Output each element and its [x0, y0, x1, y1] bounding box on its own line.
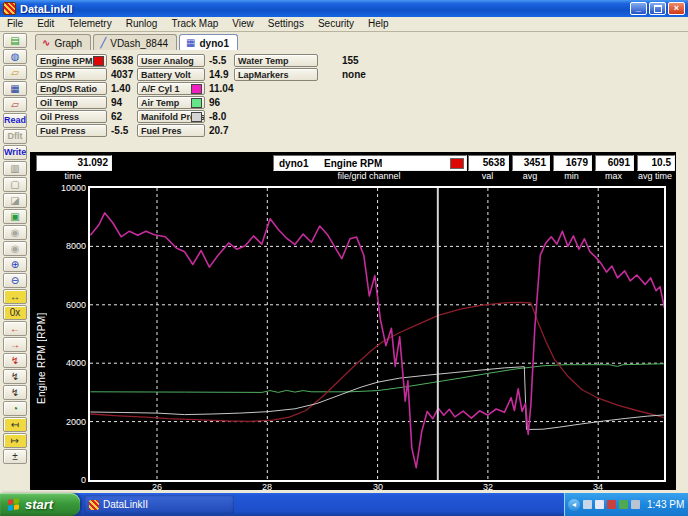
menu-help[interactable]: Help — [361, 17, 396, 31]
open-folder-button[interactable]: ▱ — [3, 65, 27, 80]
tab-dyno1[interactable]: ▦dyno1 — [179, 34, 238, 50]
menu-edit[interactable]: Edit — [30, 17, 61, 31]
channel-button-water-temp[interactable]: Water Temp — [234, 54, 318, 67]
channel-button-oil-press[interactable]: Oil Press — [36, 110, 107, 123]
channel-button-air-temp[interactable]: Air Temp — [137, 96, 205, 109]
print-button[interactable]: ▥ — [3, 161, 27, 176]
channel-button-lapmarkers[interactable]: LapMarkers — [234, 68, 318, 81]
app-icon — [3, 2, 16, 15]
network-icon[interactable] — [583, 500, 592, 509]
marker-start-button[interactable]: ↯ — [3, 353, 27, 368]
restore-button[interactable] — [649, 2, 666, 15]
stat-box-max: 6091 — [595, 155, 634, 171]
disabled-button-2[interactable]: ◉ — [3, 241, 27, 256]
channel-button-engine-rpm[interactable]: Engine RPM — [36, 54, 107, 67]
channel-value-engine-rpm: 5638 — [111, 55, 133, 66]
channel-label: Engine RPM — [40, 56, 93, 66]
tray-chevron-icon[interactable]: ◂ — [568, 499, 580, 511]
zoom-in-button[interactable]: ⊕ — [3, 257, 27, 272]
start-button[interactable]: start — [0, 493, 80, 516]
x-tick-34: 34 — [583, 482, 613, 492]
stat-label-avg-time: avg time — [637, 171, 673, 181]
datalink-window: DataLinkII _ × FileEditTelemetryRunlogTr… — [0, 0, 688, 516]
task-app-icon — [89, 500, 99, 510]
channel-label: Oil Press — [40, 112, 79, 122]
channel-button-a-f-cyl-1[interactable]: A/F Cyl 1 — [137, 82, 205, 95]
stat-value: 10.5 — [652, 157, 671, 168]
save-button[interactable]: ▦ — [3, 81, 27, 96]
channel-button-fuel-press[interactable]: Fuel Press — [36, 124, 107, 137]
copy-button[interactable]: ▢ — [3, 177, 27, 192]
shift-right-button[interactable]: ↦ — [3, 433, 27, 448]
menu-security[interactable]: Security — [311, 17, 361, 31]
alert-icon[interactable] — [607, 500, 616, 509]
start-label: start — [25, 497, 53, 512]
channel-file-name: dyno1 — [279, 158, 308, 169]
file-grid-channel-label: file/grid channel — [273, 171, 465, 181]
channel-value-fuel-pres: 20.7 — [209, 125, 228, 136]
x-tick-26: 26 — [142, 482, 172, 492]
menu-view[interactable]: View — [225, 17, 261, 31]
menu-track-map[interactable]: Track Map — [164, 17, 225, 31]
shift-left-button[interactable]: ↤ — [3, 417, 27, 432]
minimize-button[interactable]: _ — [630, 2, 647, 15]
menu-settings[interactable]: Settings — [261, 17, 311, 31]
marker-mid-button[interactable]: ↯ — [3, 369, 27, 384]
floppy-icon: ▦ — [186, 38, 195, 48]
tab-label: dyno1 — [200, 38, 229, 49]
channel-selector-box[interactable]: dyno1 Engine RPM — [273, 155, 467, 171]
zoom-out-button[interactable]: ⊖ — [3, 273, 27, 288]
channel-label: Fuel Pres — [141, 126, 182, 136]
file-link-button[interactable]: ▣ — [3, 209, 27, 224]
default-button[interactable]: Dflt — [3, 129, 27, 144]
channel-color-swatch — [191, 84, 202, 94]
graph-icon: ∿ — [42, 38, 50, 48]
stat-label-max: max — [595, 171, 632, 181]
channel-button-eng-ds-ratio[interactable]: Eng/DS Ratio — [36, 82, 107, 95]
channel-label: Oil Temp — [40, 98, 78, 108]
rpm-time-plot[interactable] — [88, 186, 666, 482]
globe-icon[interactable]: ◍ — [3, 49, 27, 64]
channel-value-oil-press: 62 — [111, 111, 122, 122]
menu-telemetry[interactable]: Telemetry — [61, 17, 118, 31]
scroll-right-button[interactable]: → — [3, 337, 27, 352]
windows-logo-icon — [8, 498, 20, 512]
tab-graph[interactable]: ∿Graph — [35, 34, 91, 50]
channel-button-ds-rpm[interactable]: DS RPM — [36, 68, 107, 81]
cursor-time-value: 31.092 — [77, 157, 108, 168]
channel-button-battery-volt[interactable]: Battery Volt — [137, 68, 205, 81]
new-file-button[interactable]: ▤ — [3, 33, 27, 48]
stat-label-avg: avg — [512, 171, 548, 181]
channel-button-user-analog[interactable]: User Analog — [137, 54, 205, 67]
stat-box-avg-time: 10.5 — [637, 155, 675, 171]
tab-vdash-8844[interactable]: ╱VDash_8844 — [93, 34, 177, 50]
system-tray: ◂ 1:43 PM — [564, 493, 688, 516]
channel-button-oil-temp[interactable]: Oil Temp — [36, 96, 107, 109]
zoom-extents-button[interactable]: ↔ — [3, 289, 27, 304]
channel-button-manifold-press[interactable]: Manifold Press — [137, 110, 205, 123]
menu-file[interactable]: File — [0, 17, 30, 31]
channel-value-manifold-press: -8.0 — [209, 111, 226, 122]
taskbar-task-datalinkii[interactable]: DataLinkII — [84, 495, 234, 514]
channel-label: Battery Volt — [141, 70, 191, 80]
marker-end-button[interactable]: ↯ — [3, 385, 27, 400]
channel-value-air-temp: 96 — [209, 97, 220, 108]
channel-button-fuel-pres[interactable]: Fuel Pres — [137, 124, 205, 137]
magnifier-icon[interactable] — [595, 500, 604, 509]
close-button[interactable]: × — [668, 2, 685, 15]
chart-icon[interactable] — [619, 500, 628, 509]
disabled-button-1[interactable]: ◉ — [3, 225, 27, 240]
x-tick-32: 32 — [473, 482, 503, 492]
stopwatch-button[interactable]: ◔ — [3, 401, 27, 416]
y-tick-6000: 6000 — [44, 300, 86, 310]
stat-box-val: 5638 — [468, 155, 509, 171]
write-button[interactable]: Write — [3, 145, 27, 160]
display-icon[interactable] — [631, 500, 640, 509]
scroll-left-button[interactable]: ← — [3, 321, 27, 336]
read-button[interactable]: Read — [3, 113, 27, 128]
lasso-button[interactable]: ± — [3, 449, 27, 464]
zoom-reset-button[interactable]: 0x — [3, 305, 27, 320]
open-run-button[interactable]: ▱ — [3, 97, 27, 112]
menu-runlog[interactable]: Runlog — [119, 17, 165, 31]
erase-button[interactable]: ◪ — [3, 193, 27, 208]
